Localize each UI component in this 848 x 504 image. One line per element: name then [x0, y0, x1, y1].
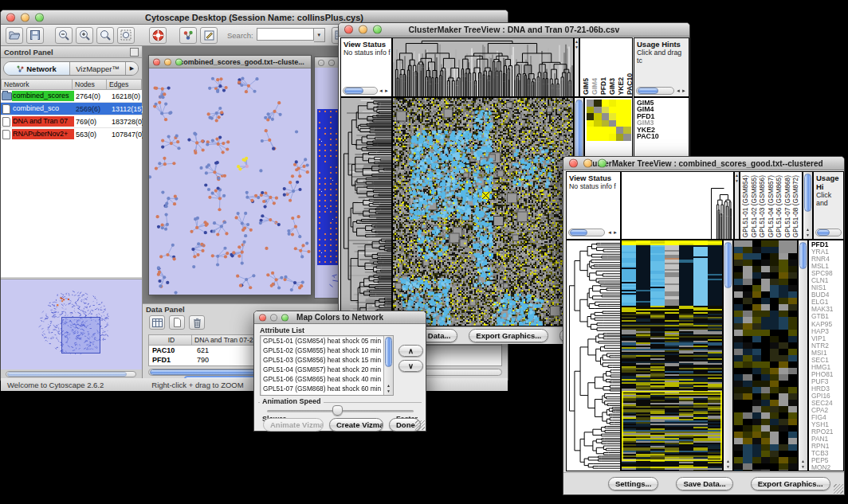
close-button[interactable] [6, 13, 15, 21]
tv2-action-button[interactable]: Save Data... [676, 477, 732, 490]
network-table-row[interactable]: DNA and Tran 07769(0)183728(0) [1, 115, 142, 128]
tv2-close-button[interactable] [569, 159, 578, 168]
zoom-matrix-cell[interactable] [594, 100, 601, 107]
zoom-matrix-cell[interactable] [587, 134, 594, 141]
network-name[interactable]: RNAPuberNov2+ [12, 129, 74, 139]
zoom-matrix-cell[interactable] [587, 113, 594, 120]
col-network[interactable]: Network [1, 79, 73, 90]
tv2-status-left-arrow[interactable]: ◄ [607, 230, 612, 235]
attribute-list-item[interactable]: GPL51-04 (GSM857) heat shock 20 min [263, 365, 393, 374]
tv1-usage-right-arrow[interactable]: ► [681, 88, 686, 93]
zoom-matrix-cell[interactable] [602, 107, 609, 114]
inactive-close-button[interactable] [318, 60, 324, 66]
attribute-list-item[interactable]: GPL51-03 (GSM856) heat shock 15 min [263, 355, 393, 365]
treeview2-title-bar[interactable]: ClusterMaker TreeView : combined_scores_… [563, 157, 844, 170]
tv2-heatmap-vscrollbar[interactable]: ▲ ▼ [723, 240, 733, 471]
help-button[interactable] [149, 27, 167, 44]
network-table-row[interactable]: combined_scores2764(0)16218(0) [1, 90, 142, 103]
attribute-list-item[interactable]: GPL51-06 (GSM865) heat shock 40 min [263, 374, 393, 384]
tv1-action-button[interactable]: Export Graphics... [469, 329, 548, 342]
tab-network[interactable]: Network [4, 62, 70, 75]
zoom-button[interactable] [35, 13, 44, 21]
zoom-matrix-cell[interactable] [602, 100, 609, 107]
zoom-matrix-cell[interactable] [609, 120, 616, 127]
zoom-matrix-cell[interactable] [587, 107, 594, 114]
zoom-out-button[interactable] [55, 27, 73, 44]
minimize-button[interactable] [21, 13, 29, 21]
netwin-minimize-button[interactable] [164, 58, 171, 65]
move-attribute-down-button[interactable]: ∨ [398, 360, 423, 372]
attribute-list[interactable]: GPL51-01 (GSM854) heat shock 05 minGPL51… [260, 335, 394, 396]
zoom-matrix-cell[interactable] [623, 134, 630, 141]
attribute-select-button[interactable] [149, 315, 165, 330]
zoom-matrix-cell[interactable] [616, 120, 623, 127]
tv2-minimize-button[interactable] [583, 159, 592, 168]
tv1-status-right-arrow[interactable]: ► [384, 88, 389, 93]
col-edges[interactable]: Edges [107, 79, 142, 90]
zoom-matrix-cell[interactable] [594, 134, 601, 141]
tv1-usage-hscrollbar[interactable] [636, 87, 674, 95]
tv2-collabel-vscrollbar[interactable]: ▲ ▼ [803, 171, 813, 240]
tv1-col-scroll-strip[interactable]: ▲ ▼ [574, 37, 579, 97]
tv2-status-right-arrow[interactable]: ► [613, 230, 618, 235]
create-vizmap-button[interactable]: Create Vizmap [329, 418, 383, 432]
create-attribute-button[interactable] [169, 315, 185, 330]
tv2-zoom-vscrollbar[interactable]: ▲ ▼ [798, 240, 808, 471]
tv1-status-hscrollbar[interactable] [343, 87, 378, 95]
zoom-matrix-cell[interactable] [623, 127, 630, 134]
netwin-zoom-button[interactable] [175, 58, 183, 65]
tv2-zoom-button[interactable] [598, 159, 607, 168]
zoom-matrix-cell[interactable] [594, 113, 601, 120]
zoom-matrix-cell[interactable] [587, 127, 594, 134]
tv1-column-dendrogram[interactable] [392, 37, 574, 97]
zoom-matrix-cell[interactable] [602, 134, 609, 141]
search-dropdown-button[interactable]: ▼ [314, 28, 325, 42]
zoom-in-button[interactable] [76, 27, 93, 44]
tv1-zoom-heatmap[interactable] [587, 100, 631, 141]
network-overview-thumbnail[interactable] [1, 279, 142, 369]
network-name[interactable]: DNA and Tran 07 [12, 116, 74, 127]
zoom-matrix-cell[interactable] [616, 127, 623, 134]
network-overview-panel[interactable] [1, 279, 142, 369]
zoom-matrix-cell[interactable] [594, 127, 601, 134]
tv2-resize-grip[interactable] [834, 484, 843, 494]
zoom-matrix-cell[interactable] [609, 113, 616, 120]
tv2-row-dendrogram[interactable] [566, 240, 621, 471]
zoom-matrix-cell[interactable] [609, 100, 616, 107]
network-name[interactable]: combined_sco [12, 104, 74, 114]
tv2-column-dendrogram[interactable] [621, 171, 734, 240]
node-appearance-button[interactable] [179, 27, 197, 44]
tv2-zoom-heatmap[interactable] [733, 240, 798, 471]
attr-col-id[interactable]: ID [149, 335, 192, 346]
tv1-heatmap[interactable] [392, 97, 574, 326]
delete-attribute-button[interactable] [189, 315, 205, 330]
attribute-list-vscrollbar[interactable]: ▲ ▼ [383, 336, 393, 395]
tv2-usage-hscrollbar[interactable] [815, 229, 842, 236]
treeview1-title-bar[interactable]: ClusterMaker TreeView : DNA and Tran 07-… [339, 23, 689, 37]
zoom-matrix-cell[interactable] [616, 100, 623, 107]
zoom-matrix-cell[interactable] [594, 107, 601, 114]
attribute-list-item[interactable]: GPL51-02 (GSM855) heat shock 10 min [263, 346, 393, 355]
tab-overflow-button[interactable]: ▶ [126, 62, 138, 75]
tv1-zoom-button[interactable] [373, 25, 382, 34]
col-nodes[interactable]: Nodes [73, 79, 107, 90]
network-name[interactable]: combined_scores [12, 91, 74, 101]
network-tree-empty-area[interactable] [1, 139, 142, 277]
float-panel-icon[interactable] [130, 48, 139, 57]
tab-vizmapper[interactable]: VizMapper™ [70, 62, 126, 75]
save-session-button[interactable] [26, 27, 44, 44]
zoom-matrix-cell[interactable] [609, 134, 616, 141]
dialog-resize-grip[interactable] [415, 420, 425, 430]
tv2-action-button[interactable]: Settings... [608, 477, 658, 490]
tv2-action-button[interactable]: Export Graphics... [751, 477, 830, 490]
tv1-row-dendrogram[interactable] [340, 97, 392, 326]
open-session-button[interactable] [6, 27, 23, 44]
zoom-matrix-cell[interactable] [616, 107, 623, 114]
tv2-col-scroll-strip[interactable]: ▲ ▼ [734, 171, 740, 240]
zoom-matrix-cell[interactable] [602, 127, 609, 134]
zoom-matrix-cell[interactable] [587, 100, 594, 107]
zoom-matrix-cell[interactable] [587, 120, 594, 127]
network-table-row[interactable]: combined_sco2569(6)13112(15) [1, 103, 142, 115]
zoom-matrix-cell[interactable] [594, 120, 601, 127]
tv1-usage-left-arrow[interactable]: ◄ [676, 88, 681, 93]
